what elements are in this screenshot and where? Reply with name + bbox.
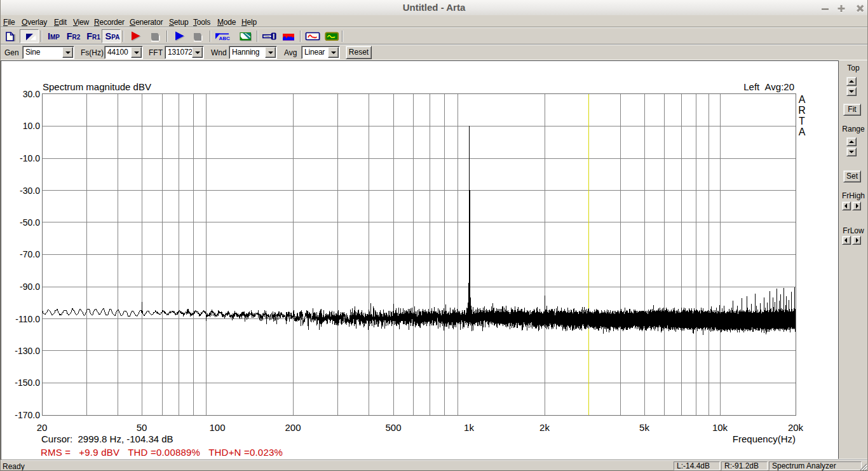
svg-text:ABC: ABC xyxy=(219,36,231,41)
